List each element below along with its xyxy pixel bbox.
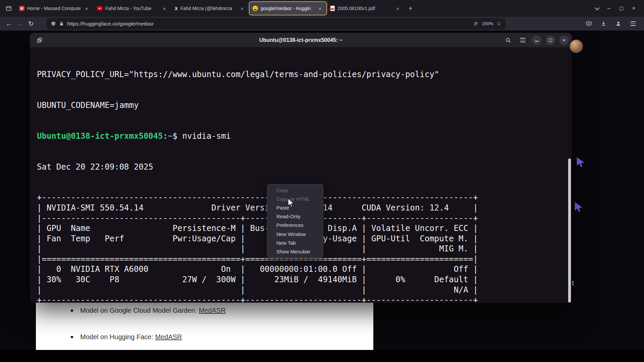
context-menu-item-preferences[interactable]: Preferences	[267, 221, 323, 230]
search-icon	[505, 37, 511, 43]
avatar[interactable]	[569, 39, 583, 53]
screen: M Home - Massed Compute × Fahd Mirza - Y…	[0, 0, 644, 362]
downloads-button[interactable]	[598, 19, 608, 29]
tab-pdf[interactable]: 2005.08100v1.pdf ×	[327, 2, 404, 15]
bullet-label: Model on Hugging Face:	[80, 333, 155, 341]
terminal-context-menu: Copy Copy as HTML Paste Read-Only Prefer…	[267, 184, 323, 258]
maximize-icon	[549, 39, 552, 42]
bullet-dot	[71, 336, 73, 338]
tab-huggingface-medasr[interactable]: google/medasr - Huggin ×	[250, 2, 326, 15]
terminal-window[interactable]: Ubuntu@0138-ict-prxmx50045: ~ × PRIVACY_…	[30, 33, 572, 303]
terminal-title: Ubuntu@0138-ict-prxmx50045: ~	[30, 37, 572, 43]
tab-title: Home - Massed Compute	[27, 6, 80, 11]
context-menu-item-paste[interactable]: Paste	[267, 203, 323, 212]
firefox-view-button[interactable]	[3, 3, 14, 14]
firefox-view-icon	[6, 5, 12, 11]
terminal-env-line: PRIVACY_POLICY_URL="https://www.ubuntu.c…	[37, 69, 572, 80]
tab-youtube[interactable]: Fahd Mirza - YouTube ×	[94, 2, 171, 15]
typed-command: nvidia-smi	[182, 131, 231, 141]
reader-mode-icon[interactable]	[473, 21, 479, 26]
medasr-link[interactable]: MedASR	[199, 307, 226, 314]
close-icon: ×	[563, 37, 566, 43]
terminal-date-line: Sat Dec 20 22:09:08 2025	[37, 162, 572, 172]
prompt-user: Ubuntu@0138-ict-prxmx50045	[37, 131, 163, 141]
terminal-prompt-line: Ubuntu@0138-ict-prxmx50045:~$ nvidia-smi	[37, 131, 572, 141]
tab-x-profile[interactable]: X Fahd Mirza (@fahdmirza ×	[172, 2, 249, 15]
browser-tab-bar: M Home - Massed Compute × Fahd Mirza - Y…	[0, 0, 644, 17]
tab-close-icon[interactable]: ×	[394, 5, 401, 12]
context-menu-item-read-only[interactable]: Read-Only	[267, 212, 323, 221]
prompt-separator: :	[163, 131, 168, 141]
context-menu-item-copy-as-html[interactable]: Copy as HTML	[267, 194, 323, 203]
youtube-favicon-icon	[97, 6, 103, 10]
tab-title: Fahd Mirza - YouTube	[105, 6, 158, 11]
page-footer-band	[0, 350, 644, 362]
pocket-save-button[interactable]	[584, 19, 594, 29]
bullet-dot	[71, 309, 73, 312]
tab-massed-compute[interactable]: M Home - Massed Compute ×	[16, 2, 93, 15]
terminal-maximize-button[interactable]	[546, 36, 555, 45]
refresh-button[interactable]: ↻	[25, 18, 37, 29]
mouse-cursor-icon	[287, 198, 295, 208]
new-tab-button[interactable]: +	[405, 3, 416, 14]
pdf-favicon-icon	[330, 6, 335, 11]
prompt-path: ~	[168, 131, 172, 141]
new-window-icon	[37, 37, 43, 43]
bullet-text: Model on Google Cloud Model Garden: MedA…	[80, 307, 226, 314]
zoom-level-button[interactable]: 150%	[482, 21, 493, 26]
browser-nav-bar: ← → ↻ https://huggingface.co/google/meda…	[0, 17, 644, 31]
url-text[interactable]: https://huggingface.co/google/medasr	[67, 21, 470, 27]
huggingface-favicon-icon	[253, 6, 258, 11]
app-menu-button[interactable]	[628, 19, 638, 29]
new-terminal-window-button[interactable]	[35, 35, 45, 45]
x-favicon-icon: X	[175, 6, 178, 11]
minimize-icon	[535, 41, 539, 42]
back-button[interactable]: ←	[3, 18, 14, 29]
context-menu-item-copy[interactable]: Copy	[267, 186, 323, 194]
tab-close-icon[interactable]: ×	[83, 5, 90, 12]
terminal-title-bar[interactable]: Ubuntu@0138-ict-prxmx50045: ~ ×	[30, 33, 572, 48]
terminal-env-line: UBUNTU_CODENAME=jammy	[37, 100, 572, 111]
window-minimize-button[interactable]: –	[607, 6, 610, 11]
forward-button[interactable]: →	[14, 18, 25, 29]
prompt-dollar: $	[173, 131, 182, 141]
hamburger-menu-icon	[520, 38, 525, 42]
terminal-close-button[interactable]: ×	[559, 36, 569, 45]
hamburger-menu-icon	[631, 21, 636, 25]
context-menu-item-new-window[interactable]: New Window	[267, 230, 323, 238]
context-menu-item-show-menubar[interactable]: Show Menubar	[267, 247, 323, 256]
tab-close-icon[interactable]: ×	[239, 5, 246, 12]
terminal-scrollbar-thumb[interactable]	[568, 159, 571, 302]
pocket-icon	[586, 21, 592, 26]
download-icon	[601, 21, 606, 26]
list-all-tabs-icon[interactable]	[595, 6, 599, 10]
tab-title: 2005.08100v1.pdf	[337, 6, 392, 11]
page-text-fragment: t	[572, 279, 574, 288]
bookmark-star-icon[interactable]: ☆	[496, 20, 501, 27]
toolbar-right-icons	[584, 19, 641, 29]
tab-close-icon[interactable]: ×	[317, 5, 323, 12]
bullet-label: Model on Google Cloud Model Garden:	[80, 307, 199, 314]
window-restore-button[interactable]	[620, 7, 623, 10]
medasr-link[interactable]: MedASR	[155, 333, 182, 341]
youtube-play-triangle	[99, 7, 101, 9]
massed-compute-favicon-icon: M	[19, 6, 24, 11]
list-item: Model on Hugging Face: MedASR	[71, 333, 182, 341]
terminal-output[interactable]: PRIVACY_POLICY_URL="https://www.ubuntu.c…	[30, 48, 572, 302]
terminal-menu-button[interactable]	[518, 35, 528, 45]
window-close-button[interactable]: ×	[632, 6, 635, 11]
tab-title: Fahd Mirza (@fahdmirza	[180, 6, 236, 11]
account-button[interactable]	[613, 19, 623, 29]
terminal-search-button[interactable]	[503, 35, 513, 45]
url-bar[interactable]: https://huggingface.co/google/medasr 150…	[47, 18, 505, 29]
bullet-text: Model on Hugging Face: MedASR	[80, 333, 182, 341]
window-controls: – ×	[595, 6, 641, 11]
purple-cursor-fragment-icon	[574, 201, 584, 213]
tab-close-icon[interactable]: ×	[161, 5, 168, 12]
terminal-minimize-button[interactable]	[532, 36, 541, 45]
lock-icon[interactable]	[59, 21, 64, 26]
tracking-shield-icon[interactable]	[51, 21, 56, 26]
terminal-header-controls: ×	[503, 35, 569, 45]
context-menu-item-new-tab[interactable]: New Tab	[267, 238, 323, 247]
tab-title: google/medasr - Huggin	[261, 6, 314, 11]
